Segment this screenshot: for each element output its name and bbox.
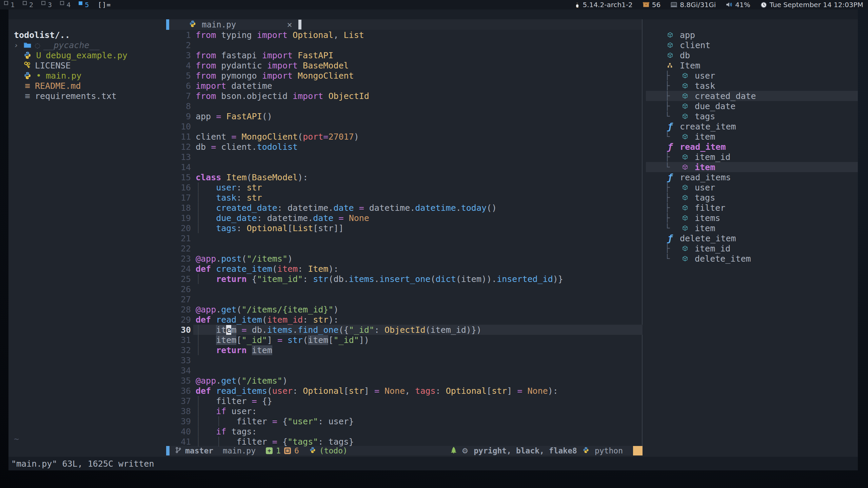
symbol-item-task[interactable]: ├task — [646, 81, 858, 91]
code-line-16[interactable]: 16│ user: str — [166, 182, 643, 192]
code-line-29[interactable]: 29def read_item(item_id: str): — [166, 314, 643, 325]
symbol-item-client[interactable]: client — [646, 40, 858, 50]
workspace-button-3[interactable]: 3 — [37, 0, 56, 9]
code-line-41[interactable]: 41│ │ filter = {"tags": tags} — [166, 436, 643, 447]
code-line-3[interactable]: 3from fastapi import FastAPI — [166, 50, 643, 60]
gear-icon: ⚙ — [462, 447, 469, 455]
symbol-item-tags[interactable]: ├tags — [646, 192, 858, 203]
code-line-13[interactable]: 13 — [166, 152, 643, 162]
code-line-35[interactable]: 35@app.get("/items") — [166, 375, 643, 386]
statusline-filename: main.py — [223, 446, 256, 455]
file-tree-item-__pycache__[interactable]: ›◌__pycache__ — [8, 40, 166, 50]
code-line-7[interactable]: 7from bson.objectid import ObjectId — [166, 91, 643, 101]
variable-cube-icon — [665, 53, 675, 58]
symbol-item-created_date[interactable]: ├created_date — [646, 91, 858, 101]
symbol-item-item_id[interactable]: ├item_id — [646, 243, 858, 253]
code-text: │ │ filter = {"tags": tags} — [196, 437, 354, 447]
code-line-25[interactable]: 25│ return {"item_id": str(db.items.inse… — [166, 274, 643, 284]
workspace-switcher: 12345[]= — [0, 0, 111, 9]
loading-circle-icon: ◌ — [35, 40, 40, 50]
buffer-tab[interactable]: main.py × — [169, 19, 298, 30]
symbol-label: user — [695, 183, 715, 192]
tree-guide: └ — [665, 132, 680, 141]
code-text: app = FastAPI() — [196, 111, 272, 121]
code-line-14[interactable]: 14 — [166, 162, 643, 172]
code-line-30[interactable]: 30│ item = db.items.find_one({"_id": Obj… — [166, 325, 643, 335]
line-number: 21 — [166, 233, 191, 243]
code-line-20[interactable]: 20│ tags: Optional[List[str]] — [166, 223, 643, 233]
code-text: @app.post("/items") — [196, 254, 293, 264]
code-line-1[interactable]: 1from typing import Optional, List — [166, 30, 643, 40]
code-line-5[interactable]: 5from pymongo import MongoClient — [166, 70, 643, 81]
symbol-item-item[interactable]: └item — [646, 162, 858, 172]
code-line-4[interactable]: 4from pydantic import BaseModel — [166, 60, 643, 70]
python-icon — [309, 446, 316, 455]
code-line-8[interactable]: 8 — [166, 101, 643, 111]
file-tree-item-LICENSE[interactable]: LICENSE — [8, 60, 166, 70]
code-line-2[interactable]: 2 — [166, 40, 643, 50]
code-line-19[interactable]: 19│ due_date: datetime.date = None — [166, 213, 643, 223]
code-line-40[interactable]: 40│ if tags: — [166, 426, 643, 436]
code-line-11[interactable]: 11client = MongoClient(port=27017) — [166, 131, 643, 142]
code-line-23[interactable]: 23@app.post("/items") — [166, 253, 643, 264]
symbol-item-create_item[interactable]: ƒcreate_item — [646, 121, 858, 131]
code-line-24[interactable]: 24def create_item(item: Item): — [166, 264, 643, 274]
symbol-item-read_items[interactable]: ƒread_items — [646, 172, 858, 182]
symbol-item-user[interactable]: ├user — [646, 70, 858, 81]
symbol-item-db[interactable]: db — [646, 50, 858, 60]
code-line-6[interactable]: 6import datetime — [166, 81, 643, 91]
symbol-item-filter[interactable]: ├filter — [646, 203, 858, 213]
code-line-32[interactable]: 32│ return item — [166, 345, 643, 355]
code-line-39[interactable]: 39│ │ filter = {"user": user} — [166, 416, 643, 426]
symbol-item-user[interactable]: ├user — [646, 182, 858, 192]
code-line-21[interactable]: 21 — [166, 233, 643, 243]
code-line-18[interactable]: 18│ created_date: datetime.date = dateti… — [166, 203, 643, 213]
symbol-item-delete_item[interactable]: ƒdelete_item — [646, 233, 858, 243]
tree-guide: ├ — [665, 101, 680, 111]
line-number: 26 — [166, 284, 191, 294]
code-line-10[interactable]: 10 — [166, 121, 643, 131]
symbol-item-tags[interactable]: └tags — [646, 111, 858, 121]
statusline-end-block — [633, 446, 643, 455]
code-line-26[interactable]: 26 — [166, 284, 643, 294]
code-line-31[interactable]: 31│ item["_id"] = str(item["_id"]) — [166, 335, 643, 345]
symbol-item-item[interactable]: └item — [646, 223, 858, 233]
code-line-12[interactable]: 12db = client.todolist — [166, 142, 643, 152]
code-line-17[interactable]: 17│ task: str — [166, 192, 643, 203]
file-tree-item-main.py[interactable]: •main.py — [8, 70, 166, 81]
code-line-34[interactable]: 34 — [166, 365, 643, 375]
workspace-button-4[interactable]: 4 — [56, 0, 75, 9]
file-tree-item-requirements.txt[interactable]: ≡requirements.txt — [8, 91, 166, 101]
close-icon[interactable]: × — [287, 20, 298, 30]
code-line-33[interactable]: 33 — [166, 355, 643, 365]
symbol-item-read_item[interactable]: ƒread_item — [646, 142, 858, 152]
code-line-22[interactable]: 22 — [166, 243, 643, 253]
function-icon: ƒ — [665, 142, 675, 152]
code-area[interactable]: 1from typing import Optional, List23from… — [166, 30, 643, 447]
code-text: import datetime — [196, 81, 272, 91]
code-line-28[interactable]: 28@app.get("/items/{item_id}") — [166, 304, 643, 314]
symbol-item-app[interactable]: app — [646, 30, 858, 40]
workspace-button-1[interactable]: 1 — [0, 0, 19, 9]
window-separator[interactable] — [642, 19, 643, 446]
symbol-item-due_date[interactable]: ├due_date — [646, 101, 858, 111]
symbol-item-item_id[interactable]: ├item_id — [646, 152, 858, 162]
code-text: def read_items(user: Optional[str] = Non… — [196, 386, 558, 396]
file-tree-item-debug_example.py[interactable]: Udebug_example.py — [8, 50, 166, 60]
code-line-15[interactable]: 15class Item(BaseModel): — [166, 172, 643, 182]
folder-icon — [23, 42, 32, 48]
symbol-item-delete_item[interactable]: └delete_item — [646, 253, 858, 264]
code-line-9[interactable]: 9app = FastAPI() — [166, 111, 643, 121]
file-tree-item-README.md[interactable]: ≡README.md — [8, 81, 166, 91]
workspace-button-5[interactable]: 5 — [75, 0, 93, 9]
code-line-37[interactable]: 37│ filter = {} — [166, 396, 643, 406]
symbol-item-Item[interactable]: Item — [646, 60, 858, 70]
code-line-36[interactable]: 36def read_items(user: Optional[str] = N… — [166, 386, 643, 396]
code-line-38[interactable]: 38│ if user: — [166, 406, 643, 416]
python-icon — [189, 20, 196, 27]
workspace-button-2[interactable]: 2 — [19, 0, 37, 9]
code-text: def create_item(item: Item): — [196, 264, 339, 274]
symbol-item-items[interactable]: ├items — [646, 213, 858, 223]
code-line-27[interactable]: 27 — [166, 294, 643, 304]
symbol-item-item[interactable]: └item — [646, 131, 858, 142]
